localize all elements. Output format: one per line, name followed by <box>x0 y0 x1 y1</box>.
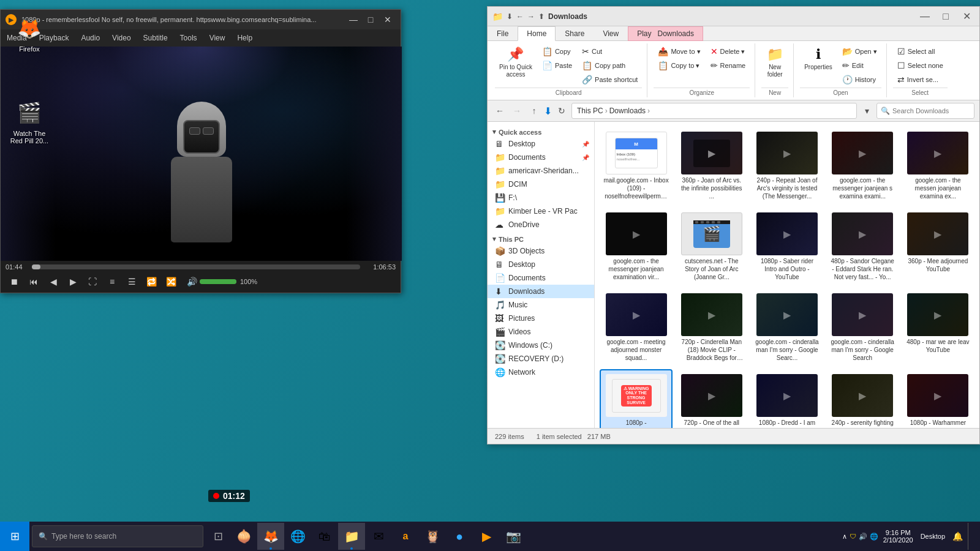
desktop-icon-redpill[interactable]: 🎬 Watch The Red Pill 20... <box>5 96 54 147</box>
ribbon-tab-videotools[interactable]: Play Downloads <box>628 26 703 41</box>
file-item-selected[interactable]: ⚠ WARNINGONLY THESTRONGSURVIVE 1080p - r… <box>600 369 673 428</box>
taskview-button[interactable]: ⊡ <box>206 523 230 550</box>
show-desktop-button[interactable] <box>968 523 973 550</box>
file-item[interactable]: ▶ google.com - cinderalla man I'm sorry … <box>826 288 899 367</box>
taskbar-app-camera[interactable]: 📷 <box>500 523 527 550</box>
vlc-loop-button[interactable]: 🔁 <box>143 273 160 290</box>
notification-button[interactable]: 🔔 <box>952 531 963 541</box>
vlc-frame-back-button[interactable]: ◀ <box>45 273 62 290</box>
sidebar-item-desktop[interactable]: 🖥 Desktop 📌 <box>488 137 594 151</box>
cut-button[interactable]: ✂ Cut <box>578 45 642 58</box>
select-none-button[interactable]: ☐ Select none <box>893 59 948 72</box>
vlc-video-area[interactable] <box>1 47 402 261</box>
sidebar-item-fdrive[interactable]: 💾 F:\ <box>488 191 594 204</box>
vlc-shuffle-button[interactable]: 🔀 <box>162 273 179 290</box>
taskbar-app-edge[interactable]: 🌐 <box>284 523 311 550</box>
sidebar-item-desktop2[interactable]: 🖥 Desktop <box>488 258 594 271</box>
sidebar-item-downloads[interactable]: ⬇ Downloads <box>488 285 594 298</box>
ribbon-tab-file[interactable]: File <box>488 26 518 41</box>
sidebar-item-3dobjects[interactable]: 📦 3D Objects <box>488 244 594 258</box>
taskbar-app-tripadvisor[interactable]: 🦉 <box>419 523 446 550</box>
open-button[interactable]: 📂 Open ▾ <box>838 45 881 58</box>
desktop-button-label[interactable]: Desktop <box>918 533 948 540</box>
vlc-seekbar[interactable] <box>32 264 360 269</box>
sidebar-section-thispc[interactable]: ▾ This PC <box>488 231 594 244</box>
file-item[interactable]: ▶ 360p - Joan of Arc vs. the infinite po… <box>675 127 748 205</box>
sidebar-item-dcim[interactable]: 📁 DCIM <box>488 178 594 191</box>
explorer-minimize-button[interactable]: — <box>917 9 933 24</box>
taskbar-app-explorer[interactable]: 📁 <box>338 523 365 550</box>
file-item[interactable]: ▶ google.com - meeting adjourned monster… <box>600 288 673 367</box>
explorer-maximize-button[interactable]: □ <box>938 9 954 24</box>
paste-button[interactable]: 📄 Paste <box>538 59 576 72</box>
taskbar-app-tor[interactable]: 🧅 <box>230 523 257 550</box>
vlc-menu-tools[interactable]: Tools <box>174 29 203 47</box>
sidebar-item-kimberlee[interactable]: 📁 Kimber Lee - VR Pac <box>488 204 594 218</box>
file-item[interactable]: ▶ google.com - the messen joanjean exami… <box>902 127 974 205</box>
vlc-playlist-button[interactable]: ☰ <box>123 273 140 290</box>
address-path[interactable]: This PC › Downloads › <box>571 103 857 119</box>
taskbar-app-vlc[interactable]: ▶ <box>473 523 500 550</box>
sidebar-item-documents2[interactable]: 📄 Documents <box>488 271 594 285</box>
sidebar-item-onedrive[interactable]: ☁ OneDrive <box>488 218 594 231</box>
taskbar-app-mail[interactable]: ✉ <box>365 523 392 550</box>
vlc-menu-video[interactable]: Video <box>106 29 137 47</box>
vlc-close-button[interactable]: ✕ <box>380 12 396 28</box>
file-item[interactable]: ▶ 240p - serenity fighting scene - YouTu… <box>826 369 899 428</box>
copy-to-button[interactable]: 📋 Copy to ▾ <box>654 59 704 72</box>
pin-to-quick-access-button[interactable]: 📌 Pin to Quickaccess <box>495 43 537 81</box>
vlc-stop-button[interactable]: ⏹ <box>6 273 23 290</box>
vlc-menu-subtitle[interactable]: Subtitle <box>137 29 174 47</box>
file-item[interactable]: ▶ 360p - Mee adjourned YouTube <box>902 208 974 286</box>
properties-button[interactable]: ℹ Properties <box>800 43 837 74</box>
select-all-button[interactable]: ☑ Select all <box>893 45 948 58</box>
refresh-button[interactable]: ↻ <box>554 103 569 118</box>
recent-locations-button[interactable]: ▾ <box>859 103 874 118</box>
path-downloads[interactable]: Downloads <box>609 107 646 115</box>
file-item[interactable]: ▶ google.com - cinderalla man I'm sorry … <box>750 288 823 367</box>
forward-button[interactable]: → <box>510 103 524 118</box>
file-area[interactable]: M Inbox (109) noselfnofree... mail.googl… <box>595 122 979 428</box>
sidebar-item-pictures[interactable]: 🖼 Pictures <box>488 312 594 325</box>
vlc-prev-button[interactable]: ⏮ <box>25 273 42 290</box>
start-button[interactable]: ⊞ <box>0 522 29 551</box>
sidebar-section-quickaccess[interactable]: ▾ Quick access <box>488 124 594 137</box>
sidebar-item-windowsc[interactable]: 💽 Windows (C:) <box>488 339 594 352</box>
up-button[interactable]: ↑ <box>527 103 541 118</box>
file-item[interactable]: ▶ google.com - the messenger joanjean s … <box>826 127 899 205</box>
vlc-volume-slider[interactable] <box>200 279 236 284</box>
explorer-close-button[interactable]: ✕ <box>959 9 974 24</box>
file-item[interactable]: 🎬 <box>675 208 748 286</box>
copy-button[interactable]: 📋 Copy <box>538 45 576 58</box>
vlc-extended-button[interactable]: ≡ <box>104 273 121 290</box>
search-box[interactable]: 🔍 <box>876 103 974 119</box>
file-item[interactable]: ▶ 720p - Cinderella Man (18) Movie CLIP … <box>675 288 748 367</box>
edit-button[interactable]: ✏ Edit <box>838 59 881 72</box>
sidebar-item-videos[interactable]: 🎬 Videos <box>488 325 594 339</box>
desktop-icon-firefox[interactable]: 🦊 Firefox <box>5 11 54 55</box>
file-item[interactable]: ▶ 480p - Sandor Clegane - Eddard Stark H… <box>826 208 899 286</box>
tray-arrow[interactable]: ∧ <box>842 533 847 541</box>
vlc-frame-fwd-button[interactable]: ▶ <box>64 273 81 290</box>
taskbar-app-firefox[interactable]: 🦊 <box>257 523 284 550</box>
delete-button[interactable]: ✕ Delete ▾ <box>706 45 750 58</box>
file-item[interactable]: ▶ 240p - Repeat Joan of Arc's virginity … <box>750 127 823 205</box>
move-to-button[interactable]: 📤 Move to ▾ <box>654 45 704 58</box>
paste-shortcut-button[interactable]: 🔗 Paste shortcut <box>578 73 642 86</box>
vlc-menu-help[interactable]: Help <box>231 29 258 47</box>
sidebar-item-documents[interactable]: 📁 Documents 📌 <box>488 151 594 164</box>
tray-speaker[interactable]: 🔊 <box>859 533 867 541</box>
tray-network[interactable]: 🌐 <box>870 533 878 541</box>
path-thispc[interactable]: This PC <box>577 107 603 115</box>
sidebar-item-music[interactable]: 🎵 Music <box>488 298 594 312</box>
ribbon-tab-share[interactable]: Share <box>556 26 594 41</box>
vlc-fullscreen-button[interactable]: ⛶ <box>84 273 101 290</box>
history-button[interactable]: 🕐 History <box>838 73 881 86</box>
ribbon-tab-home[interactable]: Home <box>518 26 556 41</box>
vlc-menu-view[interactable]: View <box>203 29 232 47</box>
copy-path-button[interactable]: 📋 Copy path <box>578 59 642 72</box>
search-input[interactable] <box>892 107 970 114</box>
taskbar-app-store[interactable]: 🛍 <box>311 523 338 550</box>
clock[interactable]: 9:16 PM 2/10/2020 <box>883 529 913 544</box>
vlc-menu-audio[interactable]: Audio <box>75 29 106 47</box>
